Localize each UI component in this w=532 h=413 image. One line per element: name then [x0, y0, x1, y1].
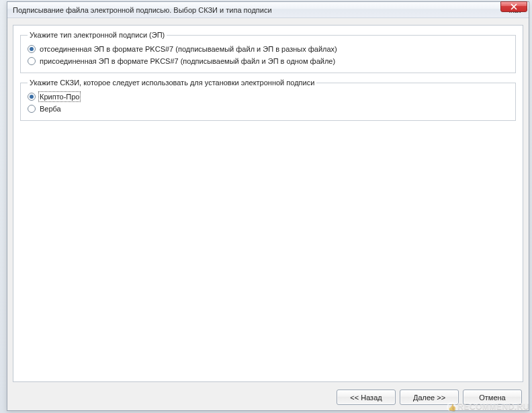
- signature-type-legend: Укажите тип электронной подписи (ЭП): [28, 31, 167, 39]
- radio-verba[interactable]: Верба: [26, 103, 510, 115]
- content-panel: Укажите тип электронной подписи (ЭП) отс…: [13, 25, 523, 382]
- radio-attached-signature[interactable]: присоединенная ЭП в формате PKCS#7 (подп…: [26, 55, 510, 67]
- skzi-legend: Укажите СКЗИ, которое следует использова…: [28, 79, 316, 87]
- close-button[interactable]: [500, 1, 527, 12]
- dialog-window: Подписывание файла электронной подписью.…: [7, 1, 529, 411]
- next-button[interactable]: Далее >>: [400, 389, 459, 405]
- titlebar: Подписывание файла электронной подписью.…: [7, 2, 529, 18]
- radio-icon: [28, 93, 36, 101]
- signature-type-group: Укажите тип электронной подписи (ЭП) отс…: [20, 31, 516, 73]
- radio-label: присоединенная ЭП в формате PKCS#7 (подп…: [40, 57, 335, 65]
- window-title: Подписывание файла электронной подписью.…: [13, 6, 508, 14]
- cancel-button[interactable]: Отмена: [463, 389, 522, 405]
- radio-cryptopro[interactable]: Крипто-Про: [26, 91, 510, 103]
- radio-icon: [28, 45, 36, 53]
- back-button[interactable]: << Назад: [337, 389, 396, 405]
- close-icon: [511, 3, 517, 10]
- radio-icon: [28, 105, 36, 113]
- button-bar: << Назад Далее >> Отмена: [337, 389, 522, 405]
- skzi-group: Укажите СКЗИ, которое следует использова…: [20, 79, 516, 121]
- radio-label: Верба: [40, 105, 61, 113]
- radio-icon: [28, 57, 36, 65]
- radio-label: Крипто-Про: [40, 93, 79, 101]
- radio-label: отсоединенная ЭП в формате PKCS#7 (подпи…: [40, 45, 337, 53]
- radio-detached-signature[interactable]: отсоединенная ЭП в формате PKCS#7 (подпи…: [26, 43, 510, 55]
